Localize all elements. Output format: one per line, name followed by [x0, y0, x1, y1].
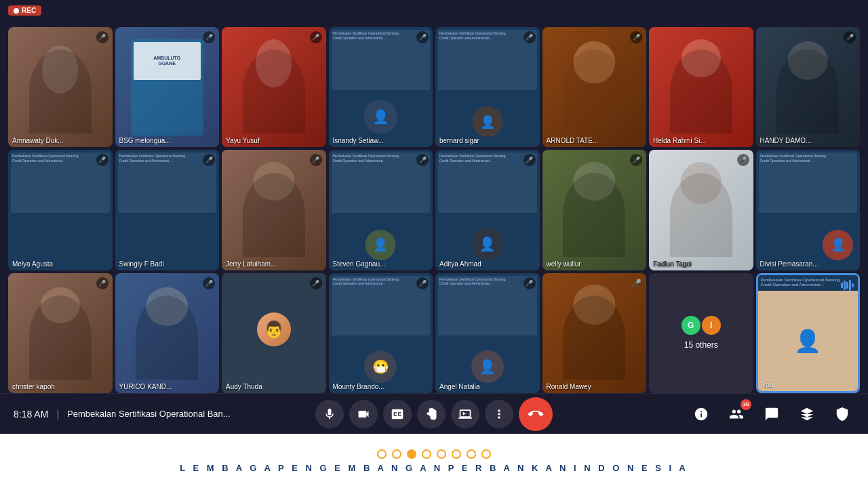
participant-tile[interactable]: 👨 🎤 Audy Thuda — [222, 273, 326, 393]
participant-name: welly wullur — [547, 260, 581, 268]
participant-name: Mounty Brando... — [333, 383, 384, 390]
participant-video — [222, 150, 326, 270]
participant-video — [222, 27, 326, 147]
others-avatar-g: G — [682, 316, 701, 335]
participant-video: Pembekalan Sertifikasi Operational Banki… — [435, 27, 540, 147]
others-avatars: G I — [682, 316, 721, 335]
participant-video — [542, 27, 647, 147]
captions-button[interactable] — [383, 400, 412, 428]
you-tile[interactable]: Pembekalan Sertifikasi Operational Banki… — [756, 273, 861, 393]
participant-tile[interactable]: AMBULUTGGUANE 🎤 BSG melongua... — [115, 27, 220, 147]
mute-icon: 🎤 — [524, 31, 536, 43]
participant-tile[interactable]: 🎤 welly wullur — [542, 150, 647, 270]
participant-name: YURICO KAND... — [119, 383, 172, 390]
participant-video: AMBULUTGGUANE — [115, 27, 220, 147]
info-button[interactable] — [689, 402, 713, 426]
others-label: 15 others — [684, 340, 718, 350]
pres-text: Pembekalan Sertifikasi Operational Banki… — [333, 277, 429, 286]
speaking-indicator — [840, 279, 854, 291]
mute-icon: 🎤 — [844, 31, 856, 43]
mic-button[interactable] — [315, 400, 344, 428]
participants-grid: 🎤 Amnawaty Duk... AMBULUTGGUANE 🎤 BSG me… — [0, 20, 868, 400]
participant-tile[interactable]: 🎤 Ronald Mawey — [542, 273, 647, 393]
participant-tile[interactable]: 🎤 christer kapoh — [8, 273, 113, 393]
control-bar: 8:18 AM | Pembekalan Sertifikasi Operati… — [0, 393, 868, 434]
controls-right: 38 — [689, 402, 854, 426]
dot-2 — [392, 449, 401, 459]
dot-4 — [422, 449, 431, 459]
participant-tile[interactable]: Pembekalan Sertifikasi Operational Banki… — [435, 273, 540, 393]
mute-icon: 🎤 — [416, 31, 429, 43]
mute-icon: 🎤 — [310, 154, 322, 166]
participant-tile[interactable]: 🎤 Fadlun Tagoi — [649, 150, 753, 270]
participant-video — [8, 273, 113, 393]
end-call-button[interactable] — [512, 390, 560, 438]
chat-button[interactable] — [760, 402, 784, 426]
participant-name: Fadlun Tagoi — [653, 260, 692, 268]
pres-text: Pembekalan Sertifikasi Operational Banki… — [760, 154, 856, 163]
participant-tile[interactable]: Pembekalan Sertifikasi Operational Banki… — [756, 150, 861, 270]
participant-tile[interactable]: Pembekalan Sertifikasi Operational Banki… — [435, 27, 540, 147]
participants-badge: 38 — [741, 399, 751, 410]
others-tile[interactable]: G I 15 others — [649, 273, 753, 393]
dot-1 — [377, 449, 387, 459]
raise-hand-button[interactable] — [417, 400, 446, 428]
participant-tile[interactable]: Pembekalan Sertifikasi Operational Banki… — [329, 150, 433, 270]
participant-tile[interactable]: Pembekalan Sertifikasi Operational Banki… — [329, 273, 433, 393]
video-button[interactable] — [349, 400, 378, 428]
mute-icon: 🎤 — [203, 31, 215, 43]
participant-tile[interactable]: Pembekalan Sertifikasi Operational Banki… — [435, 150, 540, 270]
others-avatar-i: I — [702, 316, 721, 335]
participant-tile[interactable]: Pembekalan Sertifikasi Operational Banki… — [329, 27, 433, 147]
more-options-button[interactable] — [485, 400, 513, 428]
rec-dot — [14, 8, 19, 14]
participant-tile[interactable]: 🎤 HANDY DAMO... — [756, 27, 861, 147]
dot-8 — [481, 449, 491, 459]
participant-tile[interactable]: 🎤 Yayu Yusuf — [222, 27, 326, 147]
participant-name: Ronald Mawey — [547, 383, 591, 390]
participant-video — [756, 27, 861, 147]
participant-video: 👨 — [222, 273, 326, 393]
participant-video: Pembekalan Sertifikasi Operational Banki… — [435, 150, 540, 270]
participant-video: Pembekalan Sertifikasi Operational Banki… — [435, 273, 540, 393]
mute-icon: 🎤 — [96, 277, 108, 289]
dot-7 — [467, 449, 476, 459]
participant-video: Pembekalan Sertifikasi Operational Banki… — [8, 150, 113, 270]
security-button[interactable] — [830, 402, 854, 426]
participant-video: Pembekalan Sertifikasi Operational Banki… — [115, 150, 220, 270]
mute-icon: 🎤 — [737, 154, 749, 166]
mute-icon: 🎤 — [630, 31, 642, 43]
people-button[interactable]: 38 — [724, 402, 749, 426]
participant-tile[interactable]: Pembekalan Sertifikasi Operational Banki… — [8, 150, 113, 270]
participant-name: Amnawaty Duk... — [12, 137, 64, 144]
mute-icon: 🎤 — [310, 277, 322, 289]
present-button[interactable] — [451, 400, 479, 428]
participant-tile[interactable]: 🎤 ARNOLD TATE... — [542, 27, 647, 147]
participant-name: ARNOLD TATE... — [547, 137, 599, 144]
dots-row — [377, 449, 491, 459]
participant-name: Melya Agusta — [12, 260, 53, 268]
participant-tile[interactable]: Pembekalan Sertifikasi Operational Banki… — [115, 150, 220, 270]
branding-bar: L E M B A G A P E N G E M B A N G A N P … — [0, 434, 868, 488]
pres-text: Pembekalan Sertifikasi Operational Banki… — [439, 31, 536, 40]
participant-tile[interactable]: 🎤 Jerry Latuiham... — [222, 150, 326, 270]
participant-video — [649, 150, 753, 270]
dot-6 — [452, 449, 461, 459]
participant-tile[interactable]: Helda Rahmi Si... — [649, 27, 753, 147]
mute-icon: 🎤 — [524, 277, 536, 289]
mute-icon: 🎤 — [96, 154, 108, 166]
participant-video — [542, 150, 647, 270]
participant-video: Pembekalan Sertifikasi Operational Banki… — [329, 150, 433, 270]
mute-icon: 🎤 — [416, 277, 429, 289]
participant-name: HANDY DAMO... — [760, 137, 812, 144]
mute-icon: 🎤 — [630, 277, 642, 289]
participant-name: Divisi Pemasaran... — [760, 260, 818, 268]
activities-button[interactable] — [795, 402, 819, 426]
participant-tile[interactable]: 🎤 YURICO KAND... — [115, 273, 220, 393]
participant-video: Pembekalan Sertifikasi Operational Banki… — [329, 27, 433, 147]
participant-name: Jerry Latuiham... — [226, 260, 276, 268]
participant-tile[interactable]: 🎤 Amnawaty Duk... — [8, 27, 113, 147]
participant-name: bernard sigar — [439, 137, 479, 144]
participant-video: Pembekalan Sertifikasi Operational Banki… — [758, 275, 859, 391]
pres-text: Pembekalan Sertifikasi Operational Banki… — [439, 154, 536, 163]
